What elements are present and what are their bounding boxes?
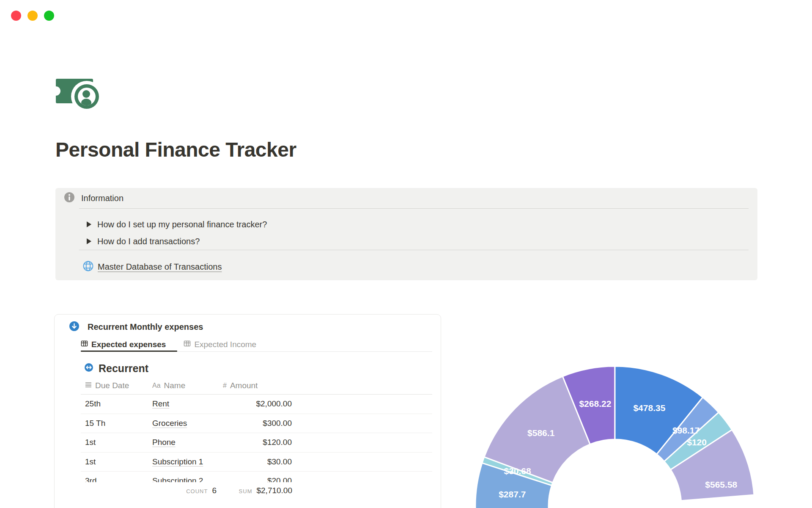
toggle-arrow-icon[interactable] [87, 238, 91, 244]
active-tab-underline [81, 351, 177, 352]
globe-icon [82, 260, 94, 273]
expenses-table: Due Date Aa Name # Amount 25th Rent $2,0… [81, 377, 432, 491]
column-header-amount[interactable]: # Amount [223, 377, 258, 394]
tab-expected-expenses[interactable]: Expected expenses [81, 337, 166, 352]
table-view-icon [81, 340, 88, 349]
table-header-row: Due Date Aa Name # Amount [81, 377, 432, 395]
list-icon [85, 381, 92, 390]
view-tabs: Expected expenses Expected Income [81, 337, 256, 352]
row-name-link[interactable]: Subscription 1 [152, 453, 203, 471]
donut-segment-label: $120 [687, 437, 707, 447]
table-title[interactable]: Recurrent [99, 362, 148, 375]
donut-segment-label: $565.58 [705, 480, 737, 489]
row-amount[interactable]: $2,000.00 [207, 395, 292, 413]
column-header-due-date[interactable]: Due Date [85, 377, 129, 394]
donut-segment-label: $98.17 [672, 425, 700, 435]
row-name-link[interactable]: Rent [152, 395, 169, 413]
divider [79, 250, 749, 250]
row-name-link[interactable]: Groceries [152, 414, 187, 433]
table-view-icon [184, 340, 191, 349]
master-database-link-row: Master Database of Transactions [82, 260, 222, 273]
row-amount[interactable]: $300.00 [207, 414, 292, 433]
window-controls [11, 11, 54, 21]
recurrent-expenses-card: Recurrent Monthly expenses Expected expe… [54, 314, 441, 508]
table-row[interactable]: 15 Th Groceries $300.00 [81, 414, 432, 433]
close-button[interactable] [11, 11, 21, 21]
expenses-donut-chart: $287.7$30.68$586.1$268.22$478.35$98.17$1… [454, 364, 776, 508]
toggle-add-transactions-question[interactable]: How do I add transactions? [87, 235, 200, 248]
count-aggregate[interactable]: COUNT 6 [140, 486, 217, 498]
card-title: Recurrent Monthly expenses [88, 322, 203, 332]
column-header-name[interactable]: Aa Name [152, 377, 185, 394]
page-title[interactable]: Personal Finance Tracker [55, 138, 296, 161]
donut-segment-label: $287.7 [499, 489, 526, 499]
info-icon [64, 192, 75, 204]
row-due-date[interactable]: 1st [85, 453, 96, 471]
information-callout: Information How do I set up my personal … [55, 188, 757, 280]
row-due-date[interactable]: 1st [85, 433, 96, 452]
tab-expected-income[interactable]: Expected Income [184, 337, 256, 352]
divider [79, 208, 749, 209]
donut-segment-label: $268.22 [579, 399, 611, 409]
callout-title: Information [81, 193, 123, 203]
toggle-arrow-icon[interactable] [87, 221, 91, 227]
down-arrow-circle-icon [69, 321, 79, 333]
zoom-button[interactable] [44, 11, 54, 21]
row-name-link[interactable]: Phone [152, 433, 176, 452]
number-icon: # [223, 382, 227, 389]
table-row[interactable]: 1st Phone $120.00 [81, 433, 432, 453]
sum-aggregate[interactable]: SUM $2,710.00 [225, 486, 292, 498]
donut-segment-label: $478.35 [633, 403, 665, 413]
row-amount[interactable]: $120.00 [207, 433, 292, 452]
table-row[interactable]: 1st Subscription 1 $30.00 [81, 453, 432, 472]
notion-window: Personal Finance Tracker Information How… [0, 0, 812, 508]
row-due-date[interactable]: 15 Th [85, 414, 105, 433]
table-footer: COUNT 6 SUM $2,710.00 [55, 482, 440, 508]
donut-segment-label: $30.68 [504, 466, 531, 476]
page-icon-money-icon[interactable] [55, 76, 102, 113]
text-icon: Aa [152, 382, 161, 389]
donut-segment-label: $586.1 [527, 428, 555, 438]
row-due-date[interactable]: 25th [85, 395, 101, 413]
row-amount[interactable]: $30.00 [207, 453, 292, 471]
minimize-button[interactable] [27, 11, 38, 21]
left-right-arrow-circle-icon [85, 363, 93, 373]
table-row[interactable]: 25th Rent $2,000.00 [81, 395, 432, 414]
toggle-setup-question[interactable]: How do I set up my personal finance trac… [87, 218, 267, 231]
master-database-link[interactable]: Master Database of Transactions [98, 262, 222, 272]
table-body: 25th Rent $2,000.00 15 Th Groceries $300… [81, 395, 432, 491]
